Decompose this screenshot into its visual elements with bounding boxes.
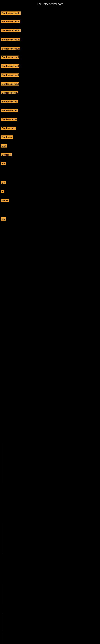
bottleneck-row: Bottle — [1, 199, 9, 203]
site-title: TheBottlenecker.com — [0, 1, 100, 7]
bottleneck-badge: Bottleneck res — [1, 109, 18, 112]
bottleneck-row: Bottleneck res — [1, 118, 17, 122]
bottleneck-badge: Bottle — [1, 199, 9, 202]
bottleneck-row: Bo — [1, 217, 6, 222]
bottleneck-badge: Bo — [1, 181, 6, 184]
bottleneck-row: Bo — [1, 181, 6, 185]
bottleneck-badge: Bottleneck re — [1, 126, 16, 130]
bottleneck-badge: Bottlenec — [1, 136, 13, 139]
bottleneck-row: Bottleneck result — [1, 82, 19, 86]
bottleneck-row: B — [1, 190, 4, 194]
bottleneck-row: Bottleneck result — [1, 56, 19, 60]
vertical-line — [1, 584, 2, 604]
bottleneck-badge: Bottleneck result — [1, 38, 20, 41]
bottleneck-badge: Bottleneck res — [1, 118, 17, 121]
vertical-line — [1, 523, 2, 554]
bottleneck-badge: Bottleneck result — [1, 56, 19, 59]
bottleneck-badge: B — [1, 190, 4, 193]
bottleneck-badge: Bottleneck result — [1, 91, 18, 94]
bottleneck-row: Bottleneck res — [1, 100, 18, 104]
bottleneck-badge: Bo — [1, 217, 6, 220]
vertical-line — [1, 614, 2, 630]
bottleneck-badge: Bott — [1, 144, 7, 148]
bottleneck-row: Bottleneck result — [1, 74, 19, 78]
bottleneck-row: Bottleneck result — [1, 12, 21, 16]
bottleneck-badge: Bottleneck result — [1, 12, 21, 15]
bottleneck-row: Bott — [1, 144, 7, 148]
bottleneck-badge: Bottleneck result — [1, 47, 20, 50]
bottleneck-row: Bottleneck result — [1, 91, 18, 95]
bottleneck-row: Bottlene — [1, 153, 12, 157]
bottleneck-row: Bottleneck re — [1, 126, 16, 130]
bottleneck-row: Bottleneck result — [1, 47, 20, 51]
vertical-line — [1, 443, 2, 483]
bottleneck-badge: Bottleneck result — [1, 29, 21, 32]
bottleneck-badge: Bottleneck result — [1, 74, 19, 77]
bottleneck-badge: Bottleneck res — [1, 100, 18, 103]
bottleneck-row: Bottleneck result — [1, 20, 20, 24]
bottleneck-badge: Bo — [1, 162, 6, 165]
bottleneck-row: Bottlenec — [1, 136, 13, 140]
bottleneck-badge: Bottleneck result — [1, 82, 19, 86]
bottleneck-badge: Bottleneck result — [1, 20, 20, 23]
bottleneck-row: Bottleneck result — [1, 29, 21, 33]
vertical-line — [1, 634, 2, 644]
bottleneck-row: Bottleneck res — [1, 109, 18, 113]
bottleneck-badge: Bottleneck result — [1, 64, 19, 68]
bottleneck-row: Bottleneck result — [1, 64, 19, 68]
bottleneck-badge: Bottlene — [1, 153, 12, 156]
bottleneck-row: Bottleneck result — [1, 38, 20, 42]
bottleneck-row: Bo — [1, 162, 6, 166]
